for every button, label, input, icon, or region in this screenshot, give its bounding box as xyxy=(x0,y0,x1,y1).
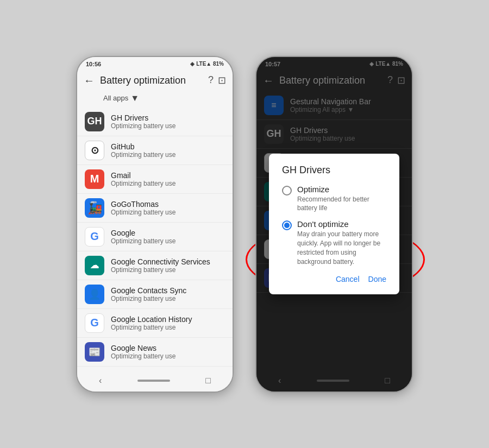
phone2: 10:57 ◈ LTE▲ 81% ← Battery optimization … xyxy=(255,56,413,393)
app-info-gcs: Google Connectivity Services Optimizing … xyxy=(111,257,225,274)
app-icon-ghd: GH xyxy=(85,112,104,131)
app-name: Google xyxy=(111,229,225,237)
app-name: GoGoThomas xyxy=(111,200,225,209)
list-item[interactable]: G Google Optimizing battery use xyxy=(77,223,233,251)
list-item[interactable]: ☁ Google Connectivity Services Optimizin… xyxy=(77,251,233,280)
app-icon-google: G xyxy=(85,227,104,247)
help-icon-phone1[interactable]: ? xyxy=(208,74,214,86)
app-name: GitHub xyxy=(111,142,225,151)
radio-optimize[interactable] xyxy=(282,186,292,195)
app-info-gogothomas: GoGoThomas Optimizing battery use xyxy=(111,200,225,216)
app-info-gmail: Gmail Optimizing battery use xyxy=(111,171,225,187)
app-status: Optimizing battery use xyxy=(111,122,225,130)
list-item[interactable]: ⊙ GitHub Optimizing battery use xyxy=(77,136,233,165)
cancel-button[interactable]: Cancel xyxy=(336,275,360,283)
app-icon-gmail: M xyxy=(85,169,104,189)
app-name: Google News xyxy=(111,344,225,352)
app-name: Google Contacts Sync xyxy=(111,286,225,295)
app-status: Optimizing battery use xyxy=(111,295,225,302)
app-icon-github: ⊙ xyxy=(85,141,104,160)
list-item[interactable]: 👤 Google Contacts Sync Optimizing batter… xyxy=(77,280,233,309)
app-icon-gcs: ☁ xyxy=(85,256,104,275)
radio-dontoptimize[interactable] xyxy=(282,220,292,230)
dialog-option2-content: Don't optimize May drain your battery mo… xyxy=(297,219,386,266)
phone1-wrapper: 10:56 ◈ LTE▲ 81% ← Battery optimization … xyxy=(76,56,234,393)
back-button-phone1[interactable]: ← xyxy=(84,74,95,87)
app-status: Optimizing battery use xyxy=(111,352,225,360)
dialog-box: GH Drivers Optimize Recommended for bett… xyxy=(269,154,399,295)
list-item[interactable]: G Google Location History Optimizing bat… xyxy=(77,309,233,338)
app-info-google: Google Optimizing battery use xyxy=(111,229,225,245)
status-icons-text-phone1: ◈ LTE▲ 81% xyxy=(190,61,224,67)
dialog-option1-desc: Recommended for better battery life xyxy=(297,195,386,213)
list-item[interactable]: M Gmail Optimizing battery use xyxy=(77,165,233,194)
radio-inner xyxy=(284,223,290,228)
status-icons-phone1: ◈ LTE▲ 81% xyxy=(190,61,224,67)
status-bar-phone1: 10:56 ◈ LTE▲ 81% xyxy=(77,57,233,70)
phone1: 10:56 ◈ LTE▲ 81% ← Battery optimization … xyxy=(76,56,234,393)
app-info-github: GitHub Optimizing battery use xyxy=(111,142,225,159)
done-button[interactable]: Done xyxy=(368,275,386,283)
dialog-overlay: GH Drivers Optimize Recommended for bett… xyxy=(256,91,412,392)
list-item[interactable]: 🚂 GoGoThomas Optimizing battery use xyxy=(77,194,233,223)
dialog-option2-label: Don't optimize xyxy=(297,219,386,229)
app-icon-contacts: 👤 xyxy=(85,285,104,304)
all-apps-label-phone1: All apps xyxy=(103,94,128,102)
app-status: Optimizing battery use xyxy=(111,151,225,159)
app-status: Optimizing battery use xyxy=(111,180,225,187)
app-icon-gogothomas: 🚂 xyxy=(85,198,104,218)
dialog-option2-desc: May drain your battery more quickly. App… xyxy=(297,230,386,266)
dialog-option1-label: Optimize xyxy=(297,185,386,194)
app-name: GH Drivers xyxy=(111,113,225,122)
app-info-gnews: Google News Optimizing battery use xyxy=(111,344,225,360)
app-status: Optimizing battery use xyxy=(111,237,225,245)
app-name: Google Location History xyxy=(111,315,225,324)
app-name: Google Connectivity Services xyxy=(111,257,225,266)
app-name: Gmail xyxy=(111,171,225,180)
all-apps-arrow-phone1: ▼ xyxy=(130,93,139,103)
app-info-contacts: Google Contacts Sync Optimizing battery … xyxy=(111,286,225,302)
app-icon-gnews: 📰 xyxy=(85,342,104,362)
all-apps-filter-phone1[interactable]: All apps ▼ xyxy=(77,91,233,108)
app-info-glh: Google Location History Optimizing batte… xyxy=(111,315,225,331)
dialog-actions: Cancel Done xyxy=(282,275,386,283)
page-title-phone1: Battery optimization xyxy=(100,75,203,86)
dialog-option-optimize[interactable]: Optimize Recommended for better battery … xyxy=(282,185,386,213)
recents-nav-phone1[interactable]: □ xyxy=(205,376,211,386)
app-status: Optimizing battery use xyxy=(111,266,225,274)
phone2-wrapper: 10:57 ◈ LTE▲ 81% ← Battery optimization … xyxy=(255,56,413,393)
bottom-nav-phone1: ‹ □ xyxy=(77,370,233,392)
list-item[interactable]: GH GH Drivers Optimizing battery use xyxy=(77,108,233,136)
list-item[interactable]: 📰 Google News Optimizing battery use xyxy=(77,338,233,367)
back-nav-phone1[interactable]: ‹ xyxy=(99,376,102,386)
time-phone1: 10:56 xyxy=(86,61,101,67)
app-info-ghd: GH Drivers Optimizing battery use xyxy=(111,113,225,130)
app-list-phone1: GH GH Drivers Optimizing battery use ⊙ G… xyxy=(77,108,233,392)
toolbar-phone1: ← Battery optimization ? ⊡ xyxy=(77,70,233,91)
home-indicator-phone1[interactable] xyxy=(137,380,170,382)
dialog-option1-content: Optimize Recommended for better battery … xyxy=(297,185,386,213)
app-list-phone2: ≡ Gestural Navigation Bar Optimizing All… xyxy=(256,91,412,392)
app-status: Optimizing battery use xyxy=(111,209,225,216)
save-icon-phone1[interactable]: ⊡ xyxy=(218,74,226,86)
dialog-option-dontoptimize[interactable]: Don't optimize May drain your battery mo… xyxy=(282,219,386,266)
dialog-title: GH Drivers xyxy=(282,165,386,176)
toolbar-icons-phone1: ? ⊡ xyxy=(208,74,226,86)
app-icon-glh: G xyxy=(85,313,104,333)
app-status: Optimizing battery use xyxy=(111,324,225,331)
